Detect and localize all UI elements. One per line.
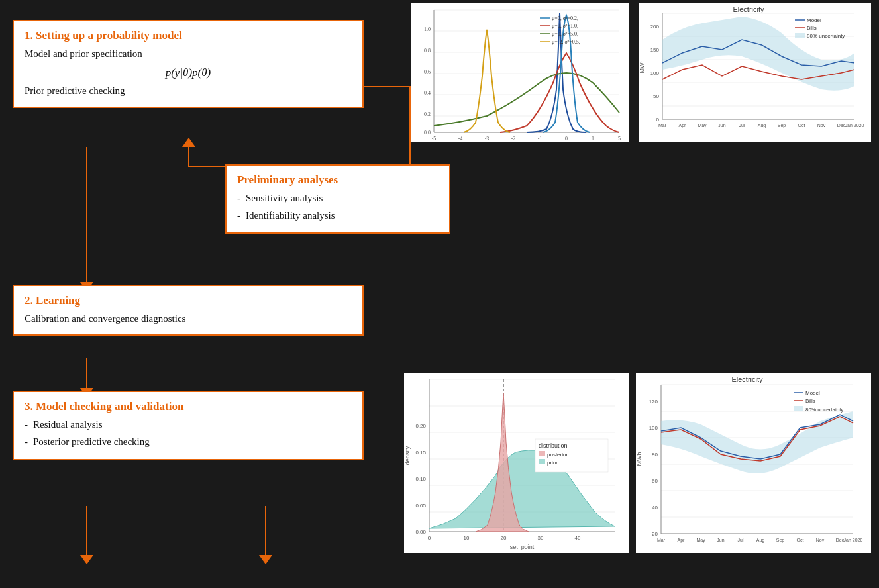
svg-rect-0 xyxy=(411,3,629,142)
electricity2-svg: Electricity 20 40 60 80 1 xyxy=(636,373,871,553)
prelim-dash2: - xyxy=(237,208,240,223)
svg-text:posterior: posterior xyxy=(547,452,568,458)
svg-text:-5: -5 xyxy=(432,136,437,142)
svg-text:120: 120 xyxy=(649,399,658,405)
svg-text:Jul: Jul xyxy=(739,123,745,128)
svg-text:0.00: 0.00 xyxy=(415,529,426,535)
svg-text:20: 20 xyxy=(501,535,507,541)
svg-text:Oct: Oct xyxy=(797,538,804,542)
svg-text:Jun: Jun xyxy=(718,123,725,128)
svg-text:May: May xyxy=(698,123,707,128)
svg-text:0.20: 0.20 xyxy=(415,423,426,429)
svg-text:40: 40 xyxy=(575,535,581,541)
svg-rect-92 xyxy=(539,459,545,464)
box-model-checking: 3. Model checking and validation - Resid… xyxy=(13,391,364,460)
svg-rect-63 xyxy=(795,33,805,38)
svg-text:10: 10 xyxy=(464,535,470,541)
svg-text:0.0: 0.0 xyxy=(424,130,431,136)
box1-line1: Model and prior specification xyxy=(25,48,142,59)
svg-text:Mar: Mar xyxy=(658,123,667,128)
svg-text:set_point: set_point xyxy=(510,544,535,550)
box-probability-model: 1. Setting up a probability model Model … xyxy=(13,20,364,108)
svg-text:100: 100 xyxy=(649,425,658,431)
box1-line2: Prior predictive checking xyxy=(25,85,125,96)
arrow-down3 xyxy=(80,555,93,564)
svg-text:1.0: 1.0 xyxy=(424,26,431,32)
svg-text:0: 0 xyxy=(428,535,431,541)
svg-text:Jun: Jun xyxy=(717,538,724,542)
svg-text:Apr: Apr xyxy=(679,123,687,128)
svg-text:μ=-2, σ²=0.5,: μ=-2, σ²=0.5, xyxy=(552,39,580,45)
svg-text:1: 1 xyxy=(592,136,594,142)
svg-text:20: 20 xyxy=(652,531,658,537)
prelim-content: - Sensitivity analysis - Identifiability… xyxy=(237,191,439,222)
box-learning: 2. Learning Calibration and convergence … xyxy=(13,285,364,336)
learning-title: 2. Learning xyxy=(25,294,352,307)
box1-title: 1. Setting up a probability model xyxy=(25,29,352,42)
svg-text:Bills: Bills xyxy=(807,25,817,31)
svg-text:80% uncertainty: 80% uncertainty xyxy=(807,33,845,39)
box1-math: p(y|θ)p(θ) xyxy=(25,64,352,81)
svg-text:40: 40 xyxy=(652,505,658,511)
svg-text:Electricity: Electricity xyxy=(731,375,763,383)
svg-text:Model: Model xyxy=(805,390,820,396)
svg-text:0.2: 0.2 xyxy=(424,111,431,117)
svg-text:30: 30 xyxy=(538,535,544,541)
posterior-svg: 0.00 0.05 0.10 0.15 0.20 density 0 10 20… xyxy=(404,373,629,553)
svg-text:0: 0 xyxy=(565,136,568,142)
svg-text:μ=0,  σ²=5.0,: μ=0, σ²=5.0, xyxy=(552,31,578,37)
modelcheck-item2: - Posterior predictive checking xyxy=(25,434,352,450)
svg-text:0.4: 0.4 xyxy=(424,90,431,96)
prelim-item2: - Identifiability analysis xyxy=(237,208,439,223)
box-preliminary: Preliminary analyses - Sensitivity analy… xyxy=(225,164,450,234)
svg-text:Bills: Bills xyxy=(805,398,815,404)
modelcheck-item1: - Residual analysis xyxy=(25,417,352,432)
svg-text:Mar: Mar xyxy=(657,538,666,542)
svg-text:May: May xyxy=(696,538,705,543)
main-container: 1. Setting up a probability model Model … xyxy=(0,0,879,588)
svg-text:200: 200 xyxy=(650,24,660,30)
learning-content: Calibration and convergence diagnostics xyxy=(25,311,352,326)
svg-text:-2: -2 xyxy=(511,136,516,142)
box1-content: Model and prior specification p(y|θ)p(θ)… xyxy=(25,46,352,99)
modelcheck-content: - Residual analysis - Posterior predicti… xyxy=(25,417,352,449)
svg-text:Nov: Nov xyxy=(816,538,825,542)
svg-text:-3: -3 xyxy=(485,136,490,142)
chart-posterior: 0.00 0.05 0.10 0.15 0.20 density 0 10 20… xyxy=(404,373,629,553)
svg-text:60: 60 xyxy=(652,478,658,484)
arrow-h-prelim xyxy=(364,86,411,87)
svg-text:-4: -4 xyxy=(458,136,463,142)
svg-text:0.10: 0.10 xyxy=(415,476,426,482)
svg-text:Model: Model xyxy=(807,17,821,23)
electricity1-svg: Electricity 0 50 100 150 200 xyxy=(639,3,871,142)
prelim-dash1: - xyxy=(237,191,240,206)
svg-text:Jul: Jul xyxy=(738,538,744,542)
arrow-down4 xyxy=(259,555,272,564)
svg-text:0.8: 0.8 xyxy=(424,48,431,54)
svg-text:distribution: distribution xyxy=(539,442,568,449)
svg-text:0.05: 0.05 xyxy=(415,503,426,509)
modelcheck-title: 3. Model checking and validation xyxy=(25,400,352,413)
svg-text:Jan 2020: Jan 2020 xyxy=(844,538,863,542)
svg-text:Aug: Aug xyxy=(758,123,766,128)
svg-text:density: density xyxy=(404,446,411,465)
svg-text:MWh: MWh xyxy=(639,60,645,74)
svg-text:-1: -1 xyxy=(538,136,543,142)
chart-electricity1: Electricity 0 50 100 150 200 xyxy=(639,3,871,142)
svg-text:80% uncertainty: 80% uncertainty xyxy=(805,407,843,413)
arrow-v3 xyxy=(86,506,87,558)
gaussian-svg: 0.0 0.2 0.4 0.6 0.8 1.0 -5 -4 -3 -2 -1 0… xyxy=(411,3,629,142)
svg-text:0: 0 xyxy=(656,117,660,122)
arrow-v2 xyxy=(86,358,87,391)
svg-text:Jan 2020: Jan 2020 xyxy=(845,123,864,128)
chart-gaussian: 0.0 0.2 0.4 0.6 0.8 1.0 -5 -4 -3 -2 -1 0… xyxy=(411,3,629,142)
svg-text:Nov: Nov xyxy=(817,123,826,128)
arrow-h-connector xyxy=(188,166,225,167)
chart-electricity2: Electricity 20 40 60 80 1 xyxy=(636,373,871,553)
svg-text:Oct: Oct xyxy=(798,123,805,128)
svg-text:μ=0,  σ²=1.0,: μ=0, σ²=1.0, xyxy=(552,23,578,29)
svg-text:prior: prior xyxy=(547,460,558,466)
svg-text:100: 100 xyxy=(650,70,660,76)
svg-text:Sep: Sep xyxy=(778,123,786,128)
svg-text:0.6: 0.6 xyxy=(424,69,431,75)
